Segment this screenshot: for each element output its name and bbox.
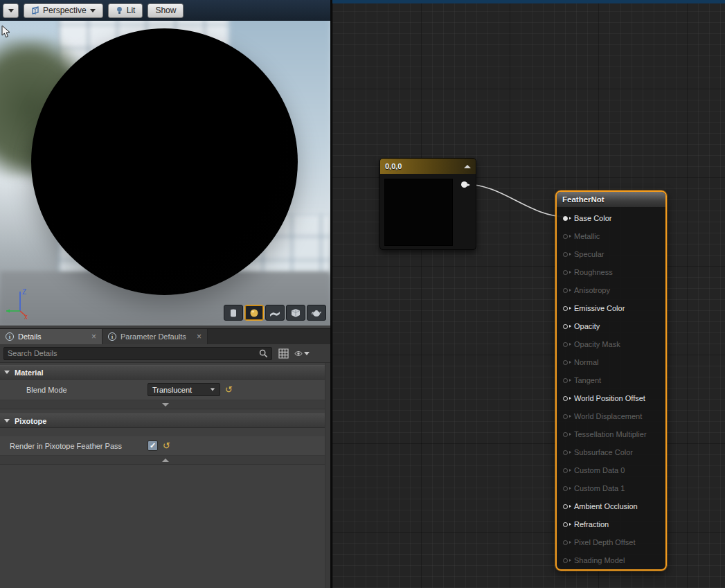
pin-circle-icon bbox=[563, 252, 568, 257]
chevron-down-icon bbox=[90, 9, 96, 12]
pin-subsurface-color[interactable]: Subsurface Color bbox=[563, 443, 665, 461]
material-preview-viewport[interactable]: Perspective Lit Show Z bbox=[0, 0, 330, 326]
mouse-cursor bbox=[1, 25, 10, 41]
show-label: Show bbox=[155, 6, 176, 15]
pin-anisotropy[interactable]: Anisotropy bbox=[563, 281, 665, 299]
preview-shape-plane-button[interactable] bbox=[265, 305, 285, 321]
tab-label: Details bbox=[18, 332, 42, 341]
preview-shape-sphere-button[interactable] bbox=[244, 305, 264, 321]
chevron-down-icon bbox=[211, 389, 215, 391]
chevron-down-icon bbox=[8, 9, 14, 12]
section-header-pixotope[interactable]: Pixotope bbox=[0, 413, 330, 428]
pin-circle-icon bbox=[563, 378, 568, 383]
pin-circle-icon bbox=[563, 414, 568, 419]
pin-custom-data-0[interactable]: Custom Data 0 bbox=[563, 461, 665, 479]
expander-triangle-icon bbox=[4, 419, 10, 422]
pin-emissive-color[interactable]: Emissive Color bbox=[563, 299, 665, 317]
pin-custom-data-1[interactable]: Custom Data 1 bbox=[563, 479, 665, 497]
pin-tessellation-multiplier[interactable]: Tessellation Multiplier bbox=[563, 425, 665, 443]
eye-icon bbox=[294, 350, 303, 357]
pin-world-displacement[interactable]: World Displacement bbox=[563, 407, 665, 425]
node-header[interactable]: 0,0,0 bbox=[380, 159, 476, 174]
pin-circle-icon bbox=[563, 288, 568, 293]
pin-world-position-offset[interactable]: World Position Offset bbox=[563, 389, 665, 407]
pin-circle-icon bbox=[563, 342, 568, 347]
pin-circle-icon bbox=[563, 306, 568, 311]
tab-details[interactable]: i Details × bbox=[0, 329, 102, 344]
pin-circle-icon bbox=[563, 216, 568, 221]
pin-circle-icon bbox=[563, 468, 568, 473]
pin-opacity-mask[interactable]: Opacity Mask bbox=[563, 335, 665, 353]
feather-pass-checkbox[interactable] bbox=[147, 440, 158, 451]
pin-circle-icon bbox=[563, 486, 568, 491]
pin-refraction[interactable]: Refraction bbox=[563, 515, 665, 533]
pin-circle-icon bbox=[563, 396, 568, 401]
pin-tangent[interactable]: Tangent bbox=[563, 371, 665, 389]
output-pin[interactable] bbox=[461, 181, 467, 188]
viewport-options-button[interactable] bbox=[3, 3, 19, 18]
cylinder-icon bbox=[229, 308, 238, 318]
cube-icon bbox=[291, 308, 301, 318]
visibility-filter-button[interactable] bbox=[294, 346, 310, 360]
perspective-button[interactable]: Perspective bbox=[24, 3, 103, 18]
pin-circle-icon bbox=[563, 504, 568, 509]
pin-circle-icon bbox=[563, 270, 568, 275]
pin-metallic[interactable]: Metallic bbox=[563, 227, 665, 245]
plane-icon bbox=[269, 308, 280, 318]
lit-icon bbox=[116, 6, 123, 15]
node-header[interactable]: FeatherNot bbox=[557, 192, 665, 207]
grid-view-button[interactable] bbox=[276, 346, 291, 360]
preview-shape-cube-button[interactable] bbox=[286, 305, 305, 321]
blend-mode-label: Blend Mode bbox=[26, 386, 147, 394]
preview-shape-cylinder-button[interactable] bbox=[224, 305, 243, 321]
section-header-material[interactable]: Material bbox=[0, 365, 330, 380]
search-input[interactable] bbox=[8, 349, 259, 357]
material-output-node[interactable]: FeatherNot Base Color Metallic Specular … bbox=[555, 190, 667, 571]
connection-wire bbox=[465, 184, 566, 217]
pin-pixel-depth-offset[interactable]: Pixel Depth Offset bbox=[563, 533, 665, 551]
pin-roughness[interactable]: Roughness bbox=[563, 263, 665, 281]
close-icon[interactable]: × bbox=[197, 332, 202, 341]
show-button[interactable]: Show bbox=[147, 3, 184, 18]
preview-sphere-mesh bbox=[31, 28, 298, 295]
pin-base-color[interactable]: Base Color bbox=[563, 209, 665, 227]
close-icon[interactable]: × bbox=[91, 332, 96, 341]
pin-circle-icon bbox=[563, 360, 568, 365]
pin-opacity[interactable]: Opacity bbox=[563, 317, 665, 335]
pin-ambient-occlusion[interactable]: Ambient Occlusion bbox=[563, 497, 665, 515]
preview-shape-buttons bbox=[224, 305, 326, 321]
reset-to-default-icon[interactable]: ↺ bbox=[163, 441, 170, 450]
svg-text:x: x bbox=[24, 313, 28, 319]
pin-circle-icon bbox=[563, 558, 568, 563]
preview-shape-teapot-button[interactable] bbox=[307, 305, 326, 321]
constant-color-node[interactable]: 0,0,0 bbox=[379, 158, 476, 250]
material-input-pins: Base Color Metallic Specular Roughness A… bbox=[557, 207, 665, 569]
blend-mode-value: Translucent bbox=[152, 386, 192, 394]
blend-mode-row: Blend Mode Translucent ↺ bbox=[0, 380, 330, 400]
details-scrollbar[interactable] bbox=[325, 363, 330, 588]
material-graph-canvas[interactable]: 0,0,0 FeatherNot Base Color Metallic Spe… bbox=[332, 0, 725, 588]
search-icon bbox=[259, 349, 268, 358]
reset-to-default-icon[interactable]: ↺ bbox=[225, 385, 233, 394]
feather-pass-row: Render in Pixotope Feather Pass ↺ bbox=[0, 436, 330, 456]
triangle-down-icon bbox=[162, 403, 169, 407]
lit-button[interactable]: Lit bbox=[108, 3, 143, 18]
search-box bbox=[3, 347, 272, 360]
feather-pass-label: Render in Pixotope Feather Pass bbox=[10, 442, 147, 450]
pin-shading-model[interactable]: Shading Model bbox=[563, 551, 665, 569]
blend-mode-dropdown[interactable]: Translucent bbox=[147, 383, 220, 396]
pin-specular[interactable]: Specular bbox=[563, 245, 665, 263]
graph-top-accent bbox=[332, 0, 725, 3]
pin-circle-icon bbox=[563, 432, 568, 437]
tab-parameter-defaults[interactable]: i Parameter Defaults × bbox=[102, 329, 208, 344]
section-title: Material bbox=[15, 368, 44, 377]
grid-view-icon bbox=[278, 348, 289, 359]
tab-label: Parameter Defaults bbox=[120, 332, 186, 341]
section-splitter[interactable] bbox=[0, 400, 330, 409]
lit-label: Lit bbox=[127, 6, 136, 15]
pin-normal[interactable]: Normal bbox=[563, 353, 665, 371]
collapse-triangle-icon[interactable] bbox=[464, 165, 471, 168]
section-splitter[interactable] bbox=[0, 456, 330, 465]
perspective-label: Perspective bbox=[43, 6, 87, 15]
details-tabbar: i Details × i Parameter Defaults × bbox=[0, 328, 330, 344]
